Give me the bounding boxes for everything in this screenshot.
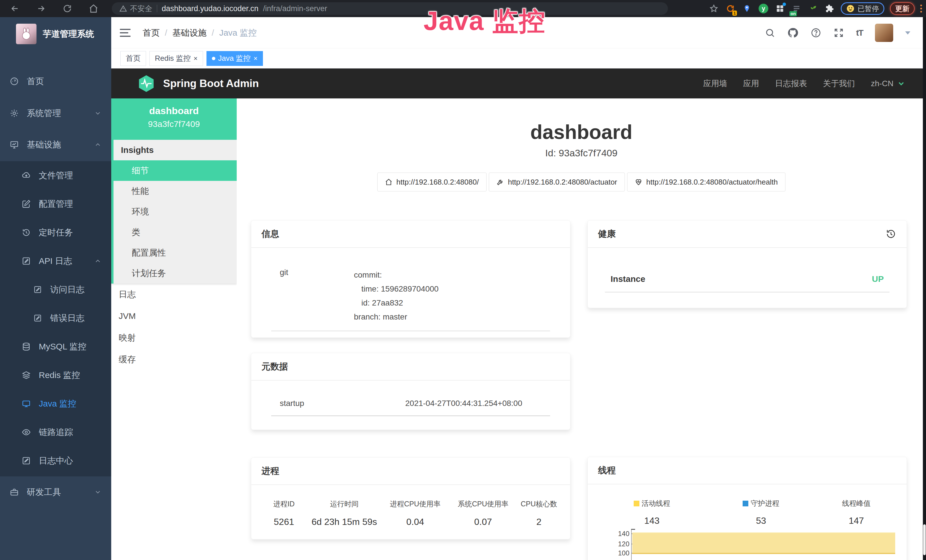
menu-item-logfile[interactable]: 日志 xyxy=(111,283,237,305)
sidebar-item-file-management[interactable]: 文件管理 xyxy=(0,161,111,190)
sidebar-item-scheduled-jobs[interactable]: 定时任务 xyxy=(0,218,111,247)
sidebar-item-label: MySQL 监控 xyxy=(39,341,86,353)
sidebar-item-mysql-monitor[interactable]: MySQL 监控 xyxy=(0,332,111,361)
close-icon[interactable]: × xyxy=(194,55,198,62)
extension-y-icon[interactable]: y xyxy=(758,3,769,14)
val-uptime: 6d 23h 15m 59s xyxy=(308,517,380,527)
menu-item-scheduled-tasks[interactable]: 计划任务 xyxy=(113,263,237,283)
sidebar-item-java-monitor[interactable]: Java 监控 xyxy=(0,389,111,418)
extension-sprout-icon[interactable] xyxy=(808,3,819,14)
tab-redis-monitor[interactable]: Redis 监控 × xyxy=(150,51,203,66)
browser-reload-icon[interactable] xyxy=(60,1,75,16)
tab-java-monitor[interactable]: Java 监控 × xyxy=(206,51,263,66)
user-avatar[interactable] xyxy=(875,24,893,42)
sidebar-item-log-center[interactable]: 日志中心 xyxy=(0,446,111,475)
menu-item-environment[interactable]: 环境 xyxy=(113,201,237,222)
sba-nav-wall[interactable]: 应用墙 xyxy=(703,78,727,89)
actuator-url-button[interactable]: http://192.168.0.2:48080/actuator xyxy=(489,173,625,191)
sidebar-item-label: API 日志 xyxy=(39,255,72,267)
bookmark-star-icon[interactable] xyxy=(708,3,719,14)
sidebar-item-dev-tools[interactable]: 研发工具 xyxy=(0,478,111,506)
menu-item-details[interactable]: 细节 xyxy=(113,160,237,181)
sba-nav-applications[interactable]: 应用 xyxy=(743,78,759,89)
warning-icon xyxy=(119,5,127,12)
card-title: 进程 xyxy=(262,465,279,477)
extension-refresh-icon[interactable]: 1 xyxy=(725,3,736,14)
sidebar-item-label: Redis 监控 xyxy=(39,369,80,381)
breadcrumb-section[interactable]: 基础设施 xyxy=(172,27,206,39)
sidebar-item-redis-monitor[interactable]: Redis 监控 xyxy=(0,361,111,389)
legend-daemon-threads: 守护进程 xyxy=(710,499,812,508)
menu-item-classes[interactable]: 类 xyxy=(113,222,237,242)
browser-home-icon[interactable] xyxy=(86,1,101,16)
caret-down-icon[interactable] xyxy=(905,31,910,35)
sidebar-item-api-log[interactable]: API 日志 xyxy=(0,247,111,275)
sidebar-item-label: 日志中心 xyxy=(39,455,73,467)
url-path: /infra/admin-server xyxy=(263,4,327,13)
instance-sidebar: dashboard 93a3fc7f7409 Insights 细节 性能 环境… xyxy=(111,98,237,560)
val-peak-threads: 147 xyxy=(812,516,901,526)
scrollbar-thumb[interactable] xyxy=(923,524,926,555)
menu-item-caches[interactable]: 缓存 xyxy=(111,349,237,370)
sidebar-item-system[interactable]: 系统管理 xyxy=(0,99,111,127)
extension-pin-icon[interactable] xyxy=(741,3,752,14)
sidebar-item-label: 定时任务 xyxy=(39,227,73,239)
menu-item-configprops[interactable]: 配置属性 xyxy=(113,242,237,263)
instance-header[interactable]: dashboard 93a3fc7f7409 xyxy=(111,98,237,140)
font-size-icon[interactable]: tT xyxy=(856,28,863,38)
extensions-puzzle-icon[interactable] xyxy=(824,3,835,14)
hamburger-icon[interactable] xyxy=(120,27,132,39)
info-card: 信息 git commit: time: 1596289704000 id: 2… xyxy=(251,220,570,338)
sidebar-item-label: 链路追踪 xyxy=(39,427,73,438)
search-icon[interactable] xyxy=(765,28,775,38)
sidebar-item-label: 基础设施 xyxy=(27,139,61,151)
menu-item-metrics[interactable]: 性能 xyxy=(113,181,237,201)
edit-icon xyxy=(21,200,31,209)
instance-name: dashboard xyxy=(111,105,237,117)
java-monitor-icon xyxy=(21,399,31,408)
extension-grid-icon[interactable] xyxy=(775,3,785,14)
page-scrollbar[interactable] xyxy=(923,17,926,560)
ytick-120: 120 xyxy=(598,540,629,548)
extension-list-on-icon[interactable]: on xyxy=(791,3,802,14)
log-edit-icon xyxy=(33,285,43,294)
sba-nav-journal[interactable]: 日志报表 xyxy=(775,78,807,89)
val-pid: 5261 xyxy=(260,517,308,527)
close-icon[interactable]: × xyxy=(254,55,257,62)
history-icon[interactable] xyxy=(885,229,896,239)
sidebar-item-config-management[interactable]: 配置管理 xyxy=(0,190,111,218)
sidebar-item-tracing[interactable]: 链路追踪 xyxy=(0,418,111,446)
sidebar-item-access-log[interactable]: 访问日志 xyxy=(0,275,111,304)
fullscreen-icon[interactable] xyxy=(833,27,844,38)
browser-back-icon[interactable] xyxy=(8,1,22,16)
sidebar-logo[interactable]: 芋道管理系统 xyxy=(0,23,111,44)
divider xyxy=(271,415,550,416)
live-threads-area xyxy=(632,532,895,554)
tab-home[interactable]: 首页 xyxy=(120,51,146,66)
health-url-button[interactable]: http://192.168.0.2:48080/actuator/health xyxy=(627,173,785,191)
chevron-up-icon xyxy=(94,257,101,265)
sba-nav-about[interactable]: 关于我们 xyxy=(823,78,855,89)
sidebar-item-error-log[interactable]: 错误日志 xyxy=(0,304,111,332)
history-clock-icon xyxy=(21,228,31,237)
sba-locale-select[interactable]: zh-CN xyxy=(871,79,905,88)
card-title: 信息 xyxy=(262,228,279,240)
github-icon[interactable] xyxy=(787,27,799,38)
help-icon[interactable] xyxy=(811,27,822,38)
browser-update-button[interactable]: 更新 xyxy=(890,2,915,15)
profile-paused-chip[interactable]: 已暂停 xyxy=(841,2,884,15)
browser-menu-icon[interactable] xyxy=(920,5,922,12)
home-icon xyxy=(385,178,392,186)
sidebar-item-infrastructure[interactable]: 基础设施 xyxy=(0,130,111,159)
service-url-button[interactable]: http://192.168.0.2:48080/ xyxy=(377,173,487,191)
sba-brand[interactable]: Spring Boot Admin xyxy=(137,74,259,93)
paused-label: 已暂停 xyxy=(858,4,879,14)
breadcrumb-home[interactable]: 首页 xyxy=(142,27,160,39)
info-row: git commit: time: 1596289704000 id: 27aa… xyxy=(271,268,550,324)
menu-item-jvm[interactable]: JVM xyxy=(111,305,237,327)
security-status[interactable]: 不安全 xyxy=(119,4,152,14)
menu-item-mappings[interactable]: 映射 xyxy=(111,327,237,349)
sidebar-item-home[interactable]: 首页 xyxy=(0,67,111,95)
address-bar[interactable]: 不安全 dashboard.yudao.iocoder.cn/infra/adm… xyxy=(112,2,668,15)
browser-forward-icon[interactable] xyxy=(34,1,48,16)
